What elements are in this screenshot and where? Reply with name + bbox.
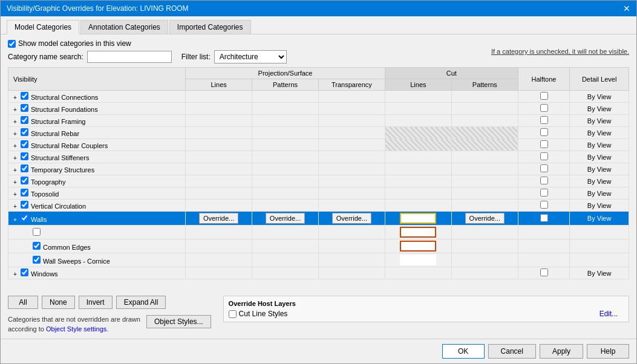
halftone-checkbox-windows[interactable] — [540, 268, 548, 276]
row-checkbox-wall-sweeps-cornice[interactable] — [33, 256, 41, 264]
cancel-button[interactable]: Cancel — [488, 344, 536, 359]
table-row[interactable]: Common Edges — [8, 239, 629, 253]
expand-icon[interactable]: + — [13, 167, 21, 174]
tab-model-categories[interactable]: Model Categories — [7, 20, 79, 34]
filter-dropdown[interactable]: Architecture — [214, 50, 287, 63]
table-row[interactable]: +Structural Rebar CouplersBy View — [8, 139, 629, 151]
dialog-title: Visibility/Graphic Overrides for Elevati… — [7, 4, 189, 13]
row-checkbox-windows[interactable] — [21, 268, 28, 276]
halftone-checkbox-structural-framing[interactable] — [540, 116, 548, 124]
expand-all-button[interactable]: Expand All — [116, 296, 166, 309]
show-model-checkbox[interactable] — [8, 40, 16, 48]
table-row[interactable]: +Structural ConnectionsBy View — [8, 91, 629, 103]
expand-icon[interactable]: + — [13, 119, 21, 125]
close-button[interactable]: ✕ — [623, 4, 630, 13]
table-row[interactable]: +Temporary StructuresBy View — [8, 163, 629, 175]
expand-icon[interactable]: + — [13, 271, 21, 278]
expand-icon[interactable]: + — [13, 216, 21, 223]
table-row[interactable]: +ToposolidBy View — [8, 187, 629, 200]
table-row[interactable]: +Structural RebarBy View — [8, 127, 629, 139]
expand-icon[interactable]: + — [13, 106, 21, 113]
all-button[interactable]: All — [8, 296, 38, 309]
table-row[interactable]: +WindowsBy View — [8, 267, 629, 279]
col-proj-transparency: Transparency — [318, 79, 385, 91]
row-checkbox-walls[interactable] — [21, 214, 28, 222]
row-checkbox-structural-foundations[interactable] — [21, 104, 28, 112]
proj-lines-cell — [186, 200, 252, 212]
proj-transparency-cell — [318, 91, 385, 103]
row-label-temporary-structures: Temporary Structures — [31, 166, 94, 174]
expand-icon[interactable]: + — [13, 191, 21, 198]
halftone-checkbox-structural-rebar[interactable] — [540, 128, 548, 136]
row-checkbox-structural-connections[interactable] — [21, 92, 28, 100]
search-input[interactable] — [87, 51, 172, 63]
visibility-note: If a category is unchecked, it will not … — [491, 48, 629, 55]
row-checkbox-vertical-circulation[interactable] — [21, 201, 28, 209]
table-row[interactable]: +Structural StiffenersBy View — [8, 151, 629, 163]
col-group-cut: Cut — [385, 68, 518, 79]
row-checkbox-toposolid[interactable] — [21, 189, 28, 197]
expand-icon[interactable]: + — [13, 143, 21, 149]
help-button[interactable]: Help — [587, 344, 629, 359]
visibility-cell-windows: +Windows — [8, 267, 186, 279]
ok-button[interactable]: OK — [442, 344, 485, 359]
row-label-walls: Walls — [31, 216, 47, 223]
cut-lines-cell — [385, 115, 451, 127]
expand-icon[interactable]: + — [13, 131, 21, 137]
halftone-checkbox-vertical-circulation[interactable] — [540, 201, 548, 209]
object-styles-button[interactable]: Object Styles... — [146, 315, 211, 328]
halftone-cell — [518, 226, 570, 239]
expand-icon[interactable]: + — [13, 94, 21, 101]
row-label-toposolid: Toposolid — [31, 190, 59, 198]
table-scroll[interactable]: Visibility Projection/Surface Cut Halfto… — [8, 67, 629, 291]
table-row[interactable]: +Vertical CirculationBy View — [8, 200, 629, 212]
row-checkbox-topography[interactable] — [21, 177, 28, 184]
halftone-cell — [518, 187, 570, 200]
halftone-checkbox-walls[interactable] — [540, 214, 548, 222]
detail-value: By View — [587, 93, 612, 100]
apply-button[interactable]: Apply — [540, 344, 583, 359]
detail-value: By View — [587, 129, 612, 137]
none-button[interactable]: None — [42, 296, 75, 309]
halftone-checkbox-structural-foundations[interactable] — [540, 104, 548, 112]
invert-button[interactable]: Invert — [79, 296, 113, 309]
cut-lines-cell — [385, 163, 451, 175]
tab-annotation-categories[interactable]: Annotation Categories — [80, 20, 168, 34]
override-proj-lines[interactable]: Override... — [199, 213, 238, 224]
row-checkbox-common-edges[interactable] — [33, 242, 41, 250]
row-checkbox-structural-stiffeners[interactable] — [21, 152, 28, 160]
table-row[interactable]: +WallsOverride...Override...Override...O… — [8, 212, 629, 226]
cut-patterns-cell — [451, 115, 518, 127]
halftone-checkbox-structural-connections[interactable] — [540, 92, 548, 100]
table-row[interactable]: +TopographyBy View — [8, 175, 629, 187]
halftone-checkbox-temporary-structures[interactable] — [540, 164, 548, 172]
table-row[interactable] — [8, 226, 629, 239]
bottom-right: Override Host Layers Cut Line Styles Edi… — [223, 296, 629, 322]
object-styles-link[interactable]: Object Style settings — [46, 325, 106, 333]
row-checkbox-structural-rebar[interactable] — [21, 128, 28, 136]
halftone-checkbox-structural-rebar-couplers[interactable] — [540, 140, 548, 148]
override-cut-patterns[interactable]: Override... — [465, 213, 505, 224]
detail-level-cell: By View — [570, 163, 629, 175]
row-checkbox-structural-framing[interactable] — [21, 116, 28, 124]
table-row[interactable]: Wall Sweeps - Cornice — [8, 253, 629, 267]
proj-transparency-cell: Override... — [318, 212, 385, 226]
row-checkbox-hidden-lines[interactable] — [33, 228, 41, 236]
override-proj-transparency[interactable]: Override... — [332, 213, 371, 224]
expand-icon[interactable]: + — [13, 179, 21, 186]
halftone-checkbox-toposolid[interactable] — [540, 189, 548, 197]
table-row[interactable]: +Structural FramingBy View — [8, 115, 629, 127]
row-checkbox-structural-rebar-couplers[interactable] — [21, 140, 28, 148]
cut-line-styles-checkbox[interactable] — [229, 310, 237, 318]
halftone-checkbox-topography[interactable] — [540, 177, 548, 184]
override-proj-patterns[interactable]: Override... — [266, 213, 305, 224]
row-checkbox-temporary-structures[interactable] — [21, 164, 28, 172]
halftone-checkbox-structural-stiffeners[interactable] — [540, 152, 548, 160]
row-label-wall-sweeps-cornice: Wall Sweeps - Cornice — [43, 258, 110, 265]
detail-value: By View — [587, 117, 612, 125]
expand-icon[interactable]: + — [13, 155, 21, 161]
tab-imported-categories[interactable]: Imported Categories — [169, 20, 251, 34]
expand-icon[interactable]: + — [13, 203, 21, 210]
table-row[interactable]: +Structural FoundationsBy View — [8, 103, 629, 115]
edit-button[interactable]: Edit... — [593, 310, 624, 318]
